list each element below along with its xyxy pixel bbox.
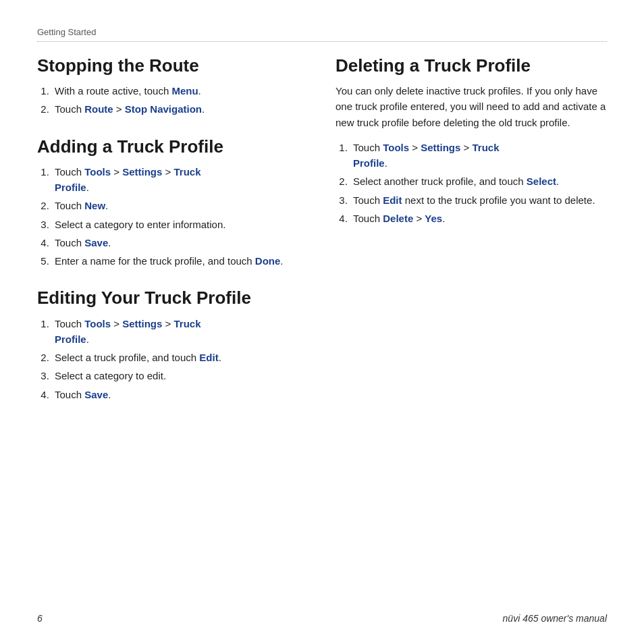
deleting-truck-profile-list: Touch Tools > Settings > TruckProfile. S… [336,140,607,226]
adding-truck-profile-list: Touch Tools > Settings > TruckProfile. T… [37,164,308,269]
keyword-settings: Settings [421,142,460,153]
list-item: Touch New. [52,198,308,213]
list-item: Touch Route > Stop Navigation. [52,101,308,117]
section-stopping-route: Stopping the Route With a route active, … [37,55,308,117]
keyword-save: Save [84,389,108,400]
list-item: Touch Tools > Settings > TruckProfile. [350,140,607,171]
content-columns: Stopping the Route With a route active, … [37,55,607,421]
keyword-tools: Tools [383,142,409,153]
section-stopping-route-title: Stopping the Route [37,55,308,76]
keyword-new: New [84,200,105,211]
keyword-select: Select [527,176,556,187]
footer-manual-title: nüvi 465 owner's manual [503,613,607,624]
section-deleting-truck-profile-title: Deleting a Truck Profile [336,55,607,76]
list-item: Select a category to enter information. [52,217,308,232]
list-item: Enter a name for the truck profile, and … [52,253,308,269]
list-item: With a route active, touch Menu. [52,83,308,99]
list-item: Touch Tools > Settings > TruckProfile. [52,316,308,348]
divider [37,41,607,42]
section-deleting-truck-profile-desc: You can only delete inactive truck profi… [336,83,607,130]
list-item: Touch Delete > Yes. [350,211,607,226]
keyword-settings: Settings [122,166,162,178]
keyword-tools: Tools [84,318,111,329]
page: Getting Started Stopping the Route With … [0,0,644,644]
section-editing-truck-profile-title: Editing Your Truck Profile [37,288,308,308]
keyword-route: Route [84,103,113,115]
section-deleting-truck-profile: Deleting a Truck Profile You can only de… [336,55,607,226]
keyword-tools: Tools [84,166,111,178]
list-item: Select a category to edit. [52,368,308,383]
keyword-settings: Settings [122,318,162,329]
footer-page-number: 6 [37,613,43,624]
list-item: Touch Edit next to the truck profile you… [350,192,607,208]
section-adding-truck-profile-title: Adding a Truck Profile [37,136,308,157]
section-adding-truck-profile: Adding a Truck Profile Touch Tools > Set… [37,136,308,269]
section-editing-truck-profile: Editing Your Truck Profile Touch Tools >… [37,288,308,402]
editing-truck-profile-list: Touch Tools > Settings > TruckProfile. S… [37,316,308,402]
keyword-save: Save [84,237,108,248]
list-item: Touch Tools > Settings > TruckProfile. [52,164,308,196]
list-item: Touch Save. [52,387,308,402]
keyword-stop-navigation: Stop Navigation [125,103,202,115]
breadcrumb: Getting Started [37,27,607,37]
left-column: Stopping the Route With a route active, … [37,55,308,421]
footer: 6 nüvi 465 owner's manual [37,613,607,624]
keyword-edit: Edit [199,352,218,363]
stopping-route-list: With a route active, touch Menu. Touch R… [37,83,308,117]
keyword-yes: Yes [425,213,442,224]
keyword-edit: Edit [383,194,402,206]
keyword-delete: Delete [383,213,413,224]
keyword-menu: Menu [171,85,198,97]
list-item: Select a truck profile, and touch Edit. [52,350,308,365]
list-item: Select another truck profile, and touch … [350,173,607,189]
keyword-done: Done [255,255,281,267]
list-item: Touch Save. [52,235,308,250]
right-column: Deleting a Truck Profile You can only de… [336,55,607,421]
